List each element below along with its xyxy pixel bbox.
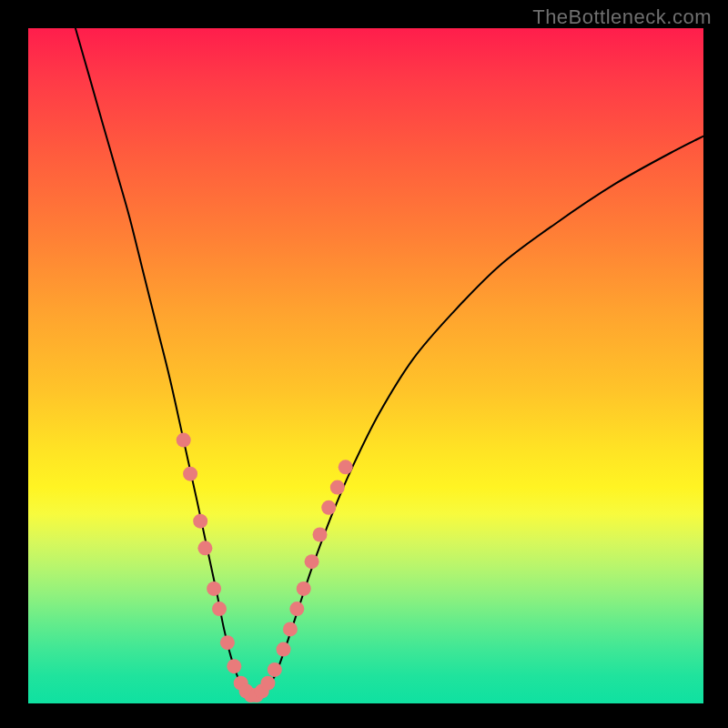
highlight-dots [177,433,353,703]
highlight-dot [193,514,207,529]
bottleneck-curve [76,28,703,698]
highlight-dot [177,433,191,448]
highlight-dot [227,659,241,673]
highlight-dot [220,635,235,650]
highlight-dot [305,554,319,569]
watermark-text: TheBottleneck.com [532,5,712,29]
highlight-dot [277,642,291,657]
highlight-dot [321,500,336,515]
highlight-dot [268,662,282,677]
highlight-dot [207,581,221,596]
highlight-dot [212,602,227,616]
highlight-dot [283,622,298,636]
highlight-dot [330,480,345,495]
plot-area [28,28,703,703]
highlight-dot [297,581,311,596]
highlight-dot [313,528,328,542]
highlight-dot [289,602,304,616]
highlight-dot [183,467,197,481]
chart-frame: TheBottleneck.com [0,0,728,728]
highlight-dot [260,676,275,691]
highlight-dot [197,541,212,555]
chart-svg [28,28,703,703]
highlight-dot [339,460,353,474]
